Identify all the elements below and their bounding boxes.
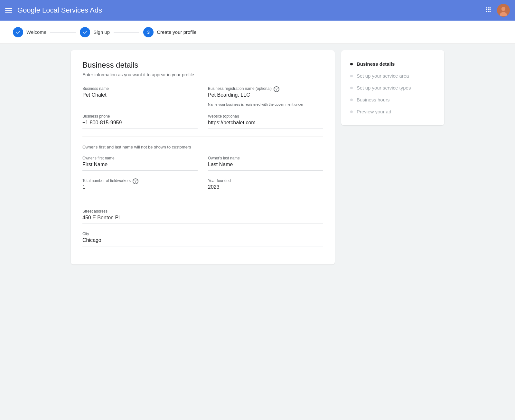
field-owner-last: Owner's last name Last Name bbox=[208, 156, 323, 171]
form-row-street: Street address 450 E Benton Pl bbox=[82, 209, 323, 224]
sidebar-item-business-hours[interactable]: Business hours bbox=[350, 94, 435, 106]
apps-grid-icon[interactable] bbox=[485, 6, 492, 15]
owner-last-label: Owner's last name bbox=[208, 156, 323, 160]
business-name-label: Business name bbox=[82, 86, 198, 91]
sidebar-label-service-types: Set up your service types bbox=[357, 85, 411, 91]
bullet-service-types bbox=[350, 87, 353, 89]
bullet-business-hours bbox=[350, 99, 353, 101]
stepper: Welcome Sign up 3 Create your profile bbox=[0, 21, 515, 44]
field-street: Street address 450 E Benton Pl bbox=[82, 209, 323, 224]
form-row-phone-website: Business phone +1 800-815-9959 Website (… bbox=[82, 114, 323, 129]
step-profile-circle: 3 bbox=[143, 27, 154, 37]
panel-title: Business details bbox=[82, 61, 323, 70]
business-phone-value[interactable]: +1 800-815-9959 bbox=[82, 120, 198, 129]
year-founded-label: Year founded bbox=[208, 178, 323, 183]
city-label: City bbox=[82, 232, 323, 236]
step-connector-2 bbox=[114, 32, 139, 33]
field-business-phone: Business phone +1 800-815-9959 bbox=[82, 114, 198, 129]
fieldworkers-label: Total number of fieldworkers bbox=[82, 178, 131, 183]
step-welcome: Welcome bbox=[13, 27, 46, 37]
business-reg-value[interactable]: Pet Boarding, LLC bbox=[208, 92, 323, 101]
step-signup: Sign up bbox=[80, 27, 110, 37]
website-value[interactable]: https://petchalet.com bbox=[208, 120, 323, 129]
business-reg-label: Business registration name (optional) bbox=[208, 86, 272, 91]
field-city: City Chicago bbox=[82, 232, 323, 246]
user-avatar[interactable] bbox=[497, 4, 510, 17]
nav-right bbox=[485, 4, 510, 17]
field-fieldworkers: Total number of fieldworkers ? 1 bbox=[82, 178, 198, 193]
field-owner-first: Owner's first name First Name bbox=[82, 156, 198, 171]
form-divider-1 bbox=[82, 137, 323, 137]
sidebar-item-business-details[interactable]: Business details bbox=[350, 58, 435, 70]
owner-last-value[interactable]: Last Name bbox=[208, 162, 323, 171]
top-nav: Google Local Services Ads bbox=[0, 0, 515, 21]
step-connector-1 bbox=[50, 32, 76, 33]
left-panel: Business details Enter information as yo… bbox=[71, 50, 335, 264]
form-row-owner-name: Owner's first name First Name Owner's la… bbox=[82, 156, 323, 171]
sidebar-item-service-area[interactable]: Set up your service area bbox=[350, 70, 435, 82]
sidebar-label-preview-ad: Preview your ad bbox=[357, 109, 391, 114]
field-business-name: Business name Pet Chalet bbox=[82, 86, 198, 106]
sidebar-label-service-area: Set up your service area bbox=[357, 73, 409, 79]
sidebar-label-business-details: Business details bbox=[357, 61, 395, 67]
field-website: Website (optional) https://petchalet.com bbox=[208, 114, 323, 129]
city-value[interactable]: Chicago bbox=[82, 237, 323, 246]
bullet-service-area bbox=[350, 75, 353, 77]
hamburger-icon[interactable] bbox=[5, 8, 12, 13]
fieldworkers-value[interactable]: 1 bbox=[82, 184, 198, 193]
bullet-business-details bbox=[350, 63, 353, 65]
form-row-business-name: Business name Pet Chalet Business regist… bbox=[82, 86, 323, 106]
right-panel: Business details Set up your service are… bbox=[341, 50, 444, 125]
step-signup-circle bbox=[80, 27, 90, 37]
form-row-workers-year: Total number of fieldworkers ? 1 Year fo… bbox=[82, 178, 323, 193]
app-logo: Google Local Services Ads bbox=[17, 6, 104, 14]
business-phone-label: Business phone bbox=[82, 114, 198, 119]
business-reg-help-icon[interactable]: ? bbox=[274, 86, 279, 92]
owner-first-label: Owner's first name bbox=[82, 156, 198, 160]
sidebar-item-service-types[interactable]: Set up your service types bbox=[350, 82, 435, 94]
main-content: Business details Enter information as yo… bbox=[64, 44, 451, 271]
form-row-city: City Chicago bbox=[82, 232, 323, 246]
owner-notice: Owner's first and last name will not be … bbox=[82, 145, 323, 149]
business-name-value[interactable]: Pet Chalet bbox=[82, 92, 198, 101]
field-business-reg: Business registration name (optional) ? … bbox=[208, 86, 323, 106]
street-value[interactable]: 450 E Benton Pl bbox=[82, 215, 323, 224]
field-year-founded: Year founded 2023 bbox=[208, 178, 323, 193]
google-wordmark: Google Local Services Ads bbox=[17, 6, 102, 14]
business-reg-hint: Name your business is registered with th… bbox=[208, 102, 323, 106]
svg-point-1 bbox=[501, 7, 506, 11]
step-profile-label: Create your profile bbox=[157, 29, 196, 35]
owner-first-value[interactable]: First Name bbox=[82, 162, 198, 171]
panel-subtitle: Enter information as you want it to appe… bbox=[82, 72, 323, 77]
form-divider-2 bbox=[82, 201, 323, 201]
year-founded-value[interactable]: 2023 bbox=[208, 184, 323, 193]
sidebar-label-business-hours: Business hours bbox=[357, 97, 390, 102]
sidebar-nav-list: Business details Set up your service are… bbox=[350, 58, 435, 118]
fieldworkers-help-icon[interactable]: ? bbox=[133, 178, 138, 184]
bullet-preview-ad bbox=[350, 110, 353, 113]
street-label: Street address bbox=[82, 209, 323, 214]
step-signup-label: Sign up bbox=[93, 29, 110, 35]
step-profile: 3 Create your profile bbox=[143, 27, 196, 37]
step-welcome-label: Welcome bbox=[26, 29, 46, 35]
step-welcome-circle bbox=[13, 27, 23, 37]
website-label: Website (optional) bbox=[208, 114, 323, 119]
sidebar-item-preview-ad[interactable]: Preview your ad bbox=[350, 106, 435, 118]
